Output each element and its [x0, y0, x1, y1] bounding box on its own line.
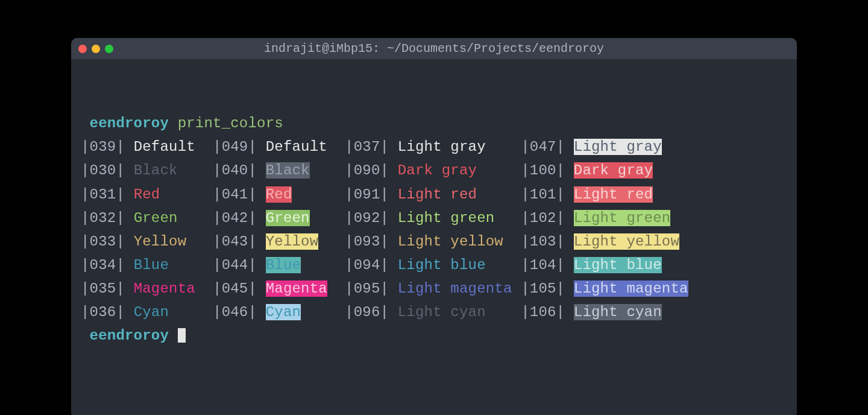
color-name: Light green [574, 210, 671, 226]
ansi-code: |047| [521, 139, 574, 155]
ansi-code: |043| [213, 233, 266, 250]
color-row: |036| Cyan |046| Cyan |096| Light cyan |… [81, 300, 787, 324]
color-row: |035| Magenta |045| Magenta |095| Light … [81, 277, 787, 300]
color-row: |030| Black |040| Black |090| Dark gray … [81, 159, 787, 182]
color-name: Dark gray [574, 162, 653, 179]
ansi-code: |101| [521, 186, 574, 203]
ansi-code: |095| [345, 280, 398, 297]
color-name: Light green [398, 210, 521, 226]
color-name: Yellow [134, 233, 213, 250]
prompt-dir: eendroroy [90, 115, 169, 131]
color-name: Light blue [574, 257, 662, 273]
prompt-line: eendroroy print_colors [81, 112, 787, 135]
prompt-dir: eendroroy [90, 328, 169, 344]
color-name: Light red [574, 186, 653, 203]
color-name: Red [266, 186, 292, 203]
ansi-code: |045| [213, 280, 266, 297]
ansi-code: |100| [521, 162, 574, 179]
color-name: Yellow [266, 233, 319, 250]
color-name: Light gray [398, 139, 521, 155]
minimize-icon[interactable] [92, 45, 100, 53]
color-name: Magenta [134, 280, 213, 297]
prompt-line: eendroroy [81, 324, 787, 347]
window-title: indrajit@iMbp15: ~/Documents/Projects/ee… [71, 42, 797, 55]
color-name: Magenta [266, 280, 327, 297]
color-name: Default [134, 139, 213, 155]
ansi-code: |105| [521, 280, 574, 297]
color-name: Light magenta [574, 280, 688, 297]
ansi-code: |032| [81, 210, 134, 226]
color-name: Light cyan [574, 304, 662, 320]
cursor-icon [178, 328, 186, 343]
ansi-code: |037| [345, 139, 398, 155]
ansi-code: |042| [213, 210, 266, 226]
window-controls [78, 45, 113, 53]
ansi-code: |030| [81, 162, 134, 179]
ansi-code: |044| [213, 257, 266, 273]
color-row: |032| Green |042| Green |092| Light gree… [81, 206, 787, 230]
color-row: |031| Red |041| Red |091| Light red |101… [81, 183, 787, 206]
color-output: |039| Default |049| Default |037| Light … [81, 135, 787, 324]
ansi-code: |039| [81, 139, 134, 155]
ansi-code: |033| [81, 233, 134, 250]
color-name: Light red [398, 186, 521, 203]
color-row: |039| Default |049| Default |037| Light … [81, 135, 787, 159]
ansi-code: |104| [521, 257, 574, 273]
ansi-code: |034| [81, 257, 134, 273]
command-text: print_colors [178, 115, 283, 131]
color-row: |033| Yellow |043| Yellow |093| Light ye… [81, 230, 787, 253]
zoom-icon[interactable] [105, 45, 113, 53]
ansi-code: |096| [345, 304, 398, 320]
color-name: Cyan [134, 304, 213, 320]
color-name: Red [134, 186, 213, 203]
ansi-code: |031| [81, 186, 134, 203]
ansi-code: |035| [81, 280, 134, 297]
color-name: Cyan [266, 304, 301, 320]
ansi-code: |041| [213, 186, 266, 203]
color-name: Dark gray [398, 162, 521, 179]
ansi-code: |102| [521, 210, 574, 226]
color-name: Blue [134, 257, 213, 273]
color-row: |034| Blue |044| Blue |094| Light blue |… [81, 253, 787, 277]
ansi-code: |094| [345, 257, 398, 273]
ansi-code: |106| [521, 304, 574, 320]
color-name: Light magenta [398, 280, 521, 297]
color-name: Blue [266, 257, 301, 273]
color-name: Black [134, 162, 213, 179]
color-name: Black [266, 162, 310, 179]
close-icon[interactable] [78, 45, 87, 53]
color-name: Light blue [398, 257, 521, 273]
color-name: Green [266, 210, 310, 226]
ansi-code: |046| [213, 304, 266, 320]
color-name: Default [266, 139, 327, 155]
terminal-window: indrajit@iMbp15: ~/Documents/Projects/ee… [71, 38, 797, 415]
terminal-body[interactable]: eendroroy print_colors|039| Default |049… [71, 60, 797, 415]
color-name: Light yellow [398, 233, 521, 250]
ansi-code: |091| [345, 186, 398, 203]
color-name: Green [134, 210, 213, 226]
window-titlebar[interactable]: indrajit@iMbp15: ~/Documents/Projects/ee… [71, 38, 797, 60]
ansi-code: |090| [345, 162, 398, 179]
color-name: Light cyan [398, 304, 521, 320]
ansi-code: |092| [345, 210, 398, 226]
color-name: Light yellow [574, 233, 679, 250]
ansi-code: |103| [521, 233, 574, 250]
ansi-code: |036| [81, 304, 134, 320]
ansi-code: |093| [345, 233, 398, 250]
ansi-code: |040| [213, 162, 266, 179]
color-name: Light gray [574, 139, 662, 155]
ansi-code: |049| [213, 139, 266, 155]
